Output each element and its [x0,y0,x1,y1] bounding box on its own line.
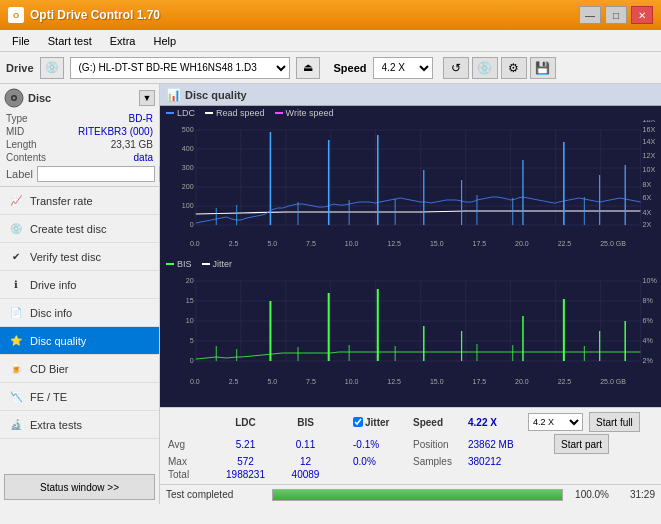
sidebar-item-create-test-disc[interactable]: 💿 Create test disc [0,215,159,243]
total-bis: 40089 [278,469,333,480]
legend-write-speed-label: Write speed [286,108,334,118]
disc-quality-icon: ⭐ [8,333,24,349]
sidebar-item-disc-info[interactable]: 📄 Disc info [0,299,159,327]
eject-button[interactable]: ⏏ [296,57,320,79]
disc-icon [4,88,24,108]
save-button[interactable]: 💾 [530,57,556,79]
sidebar-item-drive-info[interactable]: ℹ Drive info [0,271,159,299]
content-area: 📊 Disc quality LDC Read speed [160,84,661,504]
toolbar-buttons: ↺ 💿 ⚙ 💾 [443,57,556,79]
sidebar-item-label: Disc info [30,307,72,319]
header-ldc: LDC [213,417,278,428]
svg-text:14X: 14X [643,138,656,145]
bottom-chart: BIS Jitter [160,257,661,408]
chart-title: Disc quality [185,89,247,101]
svg-rect-3 [160,120,661,238]
menu-start-test[interactable]: Start test [40,33,100,49]
speed-select-stats[interactable]: 4.2 X [528,413,583,431]
svg-text:8%: 8% [643,297,654,304]
start-part-button[interactable]: Start part [554,434,609,454]
read-speed-dot [205,112,213,114]
svg-text:10X: 10X [643,166,656,173]
sidebar-item-extra-tests[interactable]: 🔬 Extra tests [0,411,159,439]
bottom-chart-area: 0 5 10 15 20 2% 4% 6% 8% 10% [160,271,661,385]
svg-text:10: 10 [186,317,194,324]
bxaxis-20: 20.0 [515,378,529,385]
svg-text:18X: 18X [643,120,656,123]
xaxis-25: 25.0 GB [600,240,626,247]
stats-header-row: LDC BIS Jitter Speed 4.22 X 4.2 X S [168,412,653,432]
disc-header: Disc ▼ [4,88,155,108]
menu-help[interactable]: Help [145,33,184,49]
disc-panel: Disc ▼ Type BD-R MID RITEKBR3 (000) Leng… [0,84,159,187]
sidebar-item-label: FE / TE [30,391,67,403]
charts-wrapper: LDC Read speed Write speed [160,106,661,407]
drivebar: Drive 💿 (G:) HL-DT-ST BD-RE WH16NS48 1.D… [0,52,661,84]
sidebar-item-label: Transfer rate [30,195,93,207]
max-bis: 12 [278,456,333,467]
disc-contents-row: Contents data [4,151,155,164]
sidebar-item-cd-bier[interactable]: 🍺 CD Bier [0,355,159,383]
close-button[interactable]: ✕ [631,6,653,24]
disc-options-btn[interactable]: ▼ [139,90,155,106]
bxaxis-10: 10.0 [345,378,359,385]
sidebar-item-fe-te[interactable]: 📉 FE / TE [0,383,159,411]
legend-read-speed: Read speed [205,108,265,118]
disc-info-icon: 📄 [8,305,24,321]
jitter-dot [202,263,210,265]
sidebar-item-label: CD Bier [30,363,69,375]
transfer-rate-icon: 📈 [8,193,24,209]
label-input[interactable] [37,166,155,182]
svg-text:16X: 16X [643,126,656,133]
avg-ldc: 5.21 [213,439,278,450]
svg-text:2X: 2X [643,221,652,228]
minimize-button[interactable]: — [579,6,601,24]
menu-extra[interactable]: Extra [102,33,144,49]
svg-text:400: 400 [182,145,194,152]
status-window-button[interactable]: Status window >> [4,474,155,500]
speed-val-display: 4.22 X [468,416,528,428]
drive-icon[interactable]: 💿 [40,57,64,79]
header-bis: BIS [278,417,333,428]
jitter-label: Jitter [365,417,389,428]
svg-text:6X: 6X [643,194,652,201]
progress-area: Test completed 100.0% 31:29 [160,484,661,504]
progress-track [272,489,563,501]
xaxis-10: 10.0 [345,240,359,247]
disc-type-row: Type BD-R [4,112,155,125]
start-part-container: Start part [554,434,609,454]
svg-text:500: 500 [182,126,194,133]
settings-button[interactable]: ⚙ [501,57,527,79]
sidebar-item-transfer-rate[interactable]: 📈 Transfer rate [0,187,159,215]
start-full-button[interactable]: Start full [589,412,640,432]
xaxis-2.5: 2.5 [229,240,239,247]
svg-text:2%: 2% [643,357,654,364]
sidebar-item-disc-quality[interactable]: ⭐ Disc quality [0,327,159,355]
app-icon: O [8,7,24,23]
position-value: 23862 MB [468,439,548,450]
progress-percent: 100.0% [569,489,609,500]
legend-read-speed-label: Read speed [216,108,265,118]
xaxis-0: 0.0 [190,240,200,247]
svg-text:300: 300 [182,164,194,171]
drive-select[interactable]: (G:) HL-DT-ST BD-RE WH16NS48 1.D3 [70,57,290,79]
menu-file[interactable]: File [4,33,38,49]
chart-header-icon: 📊 [166,88,181,102]
jitter-checkbox[interactable] [353,417,363,427]
xaxis-12.5: 12.5 [387,240,401,247]
action-buttons: Start full [589,412,640,432]
top-chart: LDC Read speed Write speed [160,106,661,257]
bxaxis-22.5: 22.5 [558,378,572,385]
sidebar-item-verify-test-disc[interactable]: ✔ Verify test disc [0,243,159,271]
speed-select[interactable]: 4.2 X [373,57,433,79]
legend-bis-label: BIS [177,259,192,269]
svg-rect-54 [160,271,661,376]
refresh-button[interactable]: ↺ [443,57,469,79]
svg-text:20: 20 [186,277,194,284]
disc-button[interactable]: 💿 [472,57,498,79]
titlebar-left: O Opti Drive Control 1.70 [8,7,160,23]
maximize-button[interactable]: □ [605,6,627,24]
bxaxis-0: 0.0 [190,378,200,385]
bxaxis-12.5: 12.5 [387,378,401,385]
bottom-xaxis: 0.0 2.5 5.0 7.5 10.0 12.5 15.0 17.5 20.0… [160,378,661,385]
